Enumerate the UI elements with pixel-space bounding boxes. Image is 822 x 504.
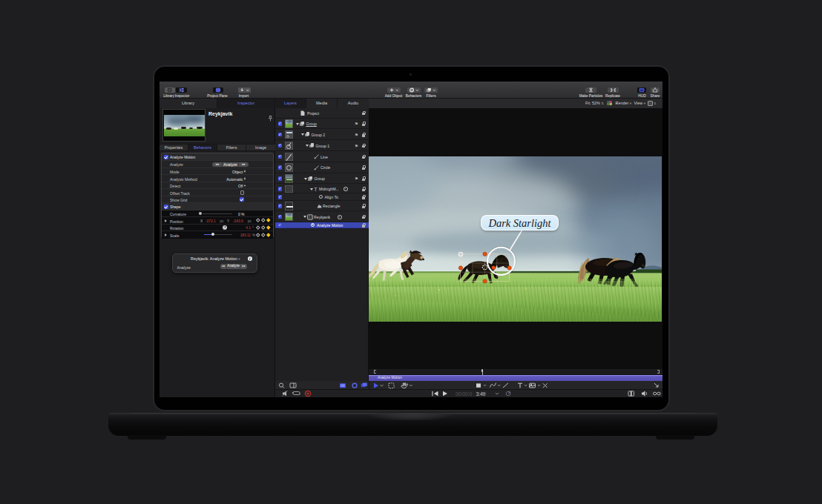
svg-text:3:49: 3:49 bbox=[476, 391, 486, 397]
svg-text:00:00:0: 00:00:0 bbox=[456, 391, 472, 397]
